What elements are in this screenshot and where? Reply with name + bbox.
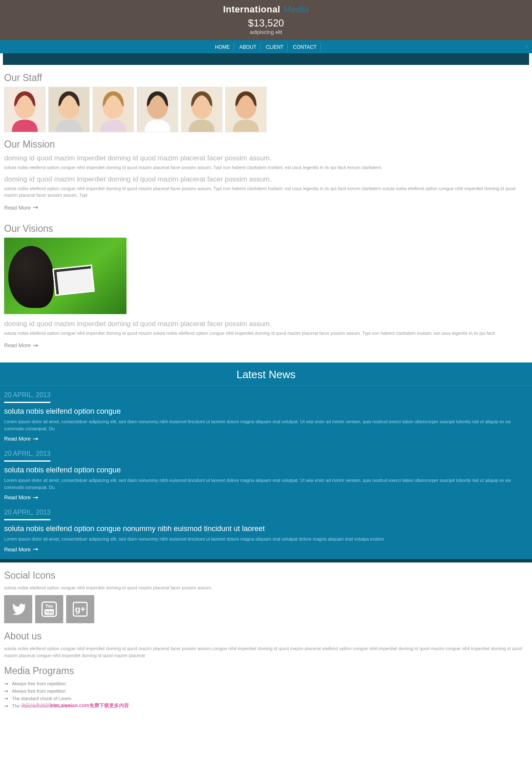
vision-image bbox=[4, 238, 126, 314]
header-tagline: adipiscing elit bbox=[0, 29, 532, 35]
program-label: The standard chunk of Lorem bbox=[12, 696, 72, 701]
program-item[interactable]: Always free from repetition bbox=[4, 687, 528, 695]
google-plus-icon[interactable]: g+ bbox=[66, 595, 94, 623]
news-read-more[interactable]: Read More bbox=[4, 436, 39, 442]
nav-home[interactable]: HOME bbox=[211, 43, 234, 51]
staff-thumb[interactable] bbox=[225, 87, 267, 132]
read-more-label: Read More bbox=[4, 205, 31, 211]
mission-read-more[interactable]: Read More bbox=[4, 205, 39, 211]
section-programs-heading: Media Programs bbox=[4, 665, 528, 677]
arrow-right-icon bbox=[33, 437, 39, 441]
section-mission-heading: Our Mission bbox=[4, 139, 528, 150]
news-text: Lorem ipsum dolor sit amet, consectetuer… bbox=[4, 418, 528, 432]
news-text: Lorem ipsum dolor sit amet, consectetuer… bbox=[4, 536, 528, 543]
arrow-right-icon bbox=[4, 697, 9, 700]
watermark-strong: bbs.xieniao.com免费下载更多内容 bbox=[50, 703, 129, 708]
latest-news-title: Latest News bbox=[0, 362, 532, 386]
svg-text:You: You bbox=[45, 603, 53, 608]
news-date: 20 APRIL, 2013 bbox=[4, 391, 50, 403]
main-nav: HOME ABOUT CLIENT CONTACT ≡ bbox=[0, 40, 532, 53]
youtube-icon[interactable]: YouTube bbox=[35, 595, 63, 623]
section-about-heading: About us bbox=[4, 631, 528, 642]
mission-para-1: soluta nobis eleifend option congue nihi… bbox=[4, 164, 528, 171]
news-item: 20 APRIL, 2013 soluta nobis eleifend opt… bbox=[0, 386, 532, 444]
staff-thumb[interactable] bbox=[93, 87, 134, 132]
news-date: 20 APRIL, 2013 bbox=[4, 509, 50, 520]
nav-about[interactable]: ABOUT bbox=[236, 43, 260, 51]
visions-sub: doming id quod mazim imperdiet doming id… bbox=[4, 320, 528, 328]
menu-toggle-icon[interactable]: ≡ bbox=[525, 44, 528, 49]
arrow-right-icon bbox=[33, 206, 39, 209]
visions-para: soluta nobis eleifend option congue nihi… bbox=[4, 330, 528, 337]
read-more-label: Read More bbox=[4, 546, 31, 553]
latest-news-section: Latest News 20 APRIL, 2013 soluta nobis … bbox=[0, 362, 532, 559]
staff-thumb[interactable] bbox=[48, 87, 90, 132]
staff-row bbox=[4, 87, 528, 132]
mission-para-2: soluta nobis eleifend option congue nihi… bbox=[4, 185, 528, 199]
news-headline: soluta nobis eleifend option congue bbox=[4, 407, 528, 416]
arrow-right-icon bbox=[33, 344, 39, 347]
twitter-icon[interactable] bbox=[4, 595, 32, 623]
program-item[interactable]: Always free from repetition bbox=[4, 680, 528, 687]
arrow-right-icon bbox=[33, 496, 39, 499]
news-text: Lorem ipsum dolor sit amet, consectetuer… bbox=[4, 477, 528, 491]
staff-thumb[interactable] bbox=[181, 87, 222, 132]
section-visions-heading: Our Visions bbox=[4, 223, 528, 234]
mission-sub-2: doming id quod mazim imperdiet doming id… bbox=[4, 175, 528, 184]
arrow-right-icon bbox=[33, 548, 39, 551]
nav-contact[interactable]: CONTACT bbox=[289, 43, 321, 51]
nav-client[interactable]: CLIENT bbox=[262, 43, 288, 51]
news-date: 20 APRIL, 2013 bbox=[4, 450, 50, 462]
read-more-label: Read More bbox=[4, 494, 31, 500]
logo-second: Media bbox=[280, 4, 309, 14]
news-item: 20 APRIL, 2013 soluta nobis eleifend opt… bbox=[0, 444, 532, 503]
news-headline: soluta nobis eleifend option congue bbox=[4, 466, 528, 474]
logo-first: International bbox=[223, 4, 281, 14]
read-more-label: Read More bbox=[4, 436, 31, 442]
mission-sub-1: doming id quod mazim imperdiet doming id… bbox=[4, 154, 528, 162]
program-label: Always free from repetition bbox=[12, 689, 66, 694]
program-label: Always free from repetition bbox=[12, 681, 66, 686]
section-divider bbox=[0, 559, 532, 562]
staff-thumb[interactable] bbox=[4, 87, 45, 132]
news-item: 20 APRIL, 2013 soluta nobis eleifend opt… bbox=[0, 503, 532, 555]
staff-thumb[interactable] bbox=[137, 87, 178, 132]
social-para: soluta nobis eleifend option congue nihi… bbox=[4, 584, 528, 591]
news-read-more[interactable]: Read More bbox=[4, 546, 39, 553]
svg-text:g+: g+ bbox=[75, 604, 85, 614]
watermark-text: 访问仙鸟社区bbs.xieniao.com免费下载更多内容 bbox=[21, 702, 528, 709]
read-more-label: Read More bbox=[4, 342, 31, 348]
social-icons-row: YouTube g+ bbox=[4, 595, 528, 623]
top-header: International Media $13,520 adipiscing e… bbox=[0, 0, 532, 40]
news-read-more[interactable]: Read More bbox=[4, 494, 39, 500]
visions-read-more[interactable]: Read More bbox=[4, 342, 39, 348]
svg-text:Tube: Tube bbox=[45, 610, 53, 614]
site-logo: International Media bbox=[0, 4, 532, 15]
program-item[interactable]: The standard chunk of Lorem bbox=[4, 695, 528, 702]
arrow-right-icon bbox=[4, 682, 9, 685]
arrow-right-icon bbox=[4, 690, 9, 693]
section-staff-heading: Our Staff bbox=[4, 72, 528, 83]
banner-strip bbox=[3, 53, 529, 65]
section-social-heading: Social Icons bbox=[4, 570, 528, 581]
about-para: soluta nobis eleifend option congue nihi… bbox=[4, 645, 528, 659]
news-headline: soluta nobis eleifend option congue nonu… bbox=[4, 524, 528, 533]
watermark-light: 访问仙鸟社区 bbox=[21, 703, 50, 708]
header-amount: $13,520 bbox=[0, 17, 532, 29]
arrow-right-icon bbox=[4, 705, 9, 708]
